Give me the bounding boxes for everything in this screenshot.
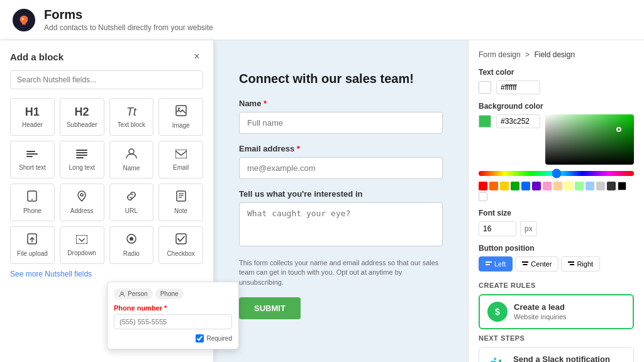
form-group-interest: Tell us what you're interested in — [239, 189, 443, 248]
swatch-blue[interactable] — [521, 182, 530, 190]
short-text-label: Short text — [19, 164, 46, 171]
block-item-text[interactable]: Tt Text block — [109, 98, 154, 136]
required-star: * — [162, 304, 167, 312]
color-gradient[interactable] — [545, 114, 634, 165]
block-item-email[interactable]: Email — [158, 141, 203, 178]
svg-rect-9 — [76, 157, 84, 158]
text-color-hex[interactable] — [496, 80, 540, 94]
block-item-dropdown[interactable]: Dropdown — [60, 226, 104, 264]
svg-rect-6 — [76, 150, 87, 151]
page-subtitle: Add contacts to Nutshell directly from y… — [44, 23, 213, 32]
position-center-button[interactable]: Center — [515, 256, 558, 272]
swatch-lightgreen[interactable] — [575, 182, 584, 190]
block-item-file-upload[interactable]: File upload — [10, 226, 55, 264]
breadcrumb: Form design > Field design — [479, 50, 634, 59]
swatch-dark[interactable] — [607, 182, 616, 190]
swatch-lightyellow[interactable] — [564, 182, 573, 190]
font-size-unit: px — [520, 221, 537, 236]
swatch-lightblue[interactable] — [586, 182, 594, 190]
form-input-name[interactable] — [239, 112, 443, 134]
swatch-gray[interactable] — [596, 182, 605, 190]
position-right-label: Right — [577, 260, 593, 268]
swatch-white[interactable] — [479, 192, 487, 201]
block-item-h1[interactable]: H1 Header — [10, 98, 55, 136]
swatch-purple[interactable] — [532, 182, 541, 190]
form-group-email: Email address * — [239, 144, 443, 179]
close-button[interactable]: × — [191, 50, 203, 63]
button-position-group: Left Center Right — [479, 256, 634, 272]
create-lead-text: Create a lead Website inquiries — [514, 302, 567, 321]
button-position-label: Button position — [479, 244, 634, 253]
bg-color-swatch[interactable] — [479, 115, 491, 128]
text-color-row — [479, 80, 634, 94]
block-item-checkbox[interactable]: Checkbox — [158, 226, 203, 264]
block-item-url[interactable]: URL — [109, 184, 154, 221]
create-lead-title: Create a lead — [514, 302, 567, 312]
address-label: Address — [70, 207, 94, 214]
phone-field-popup: Person Phone Phone number * Required — [107, 282, 239, 349]
breadcrumb-parent[interactable]: Form design — [479, 50, 521, 59]
swatch-yellow[interactable] — [500, 182, 509, 190]
next-steps-section: NEXT STEPS Send a Slack notif — [479, 334, 634, 362]
position-left-button[interactable]: Left — [479, 256, 513, 272]
swatch-red[interactable] — [479, 182, 487, 190]
block-item-h2[interactable]: H2 Subheader — [60, 98, 104, 136]
create-lead-rule[interactable]: $ Create a lead Website inquiries — [479, 294, 634, 329]
note-label: Note — [174, 207, 187, 214]
search-input[interactable] — [10, 70, 203, 89]
person-pill: Person — [114, 288, 153, 299]
position-left-label: Left — [494, 260, 506, 268]
email-icon — [175, 148, 187, 162]
text-label: Text block — [118, 121, 145, 128]
slack-notification-title: Send a Slack notification — [513, 354, 610, 362]
form-input-email[interactable] — [239, 157, 443, 179]
see-more-link[interactable]: See more Nutshell fields — [10, 270, 92, 278]
color-picker-dot[interactable] — [616, 127, 621, 132]
form-preview: Connect with our sales team! Name * Emai… — [214, 40, 468, 362]
radio-label: Radio — [123, 250, 140, 257]
slack-icon — [487, 354, 507, 362]
required-checkbox-input[interactable] — [196, 334, 204, 343]
swatch-peach[interactable] — [553, 182, 562, 190]
form-card: Connect with our sales team! Name * Emai… — [226, 59, 455, 332]
swatch-orange[interactable] — [489, 182, 498, 190]
bg-color-hex[interactable] — [496, 114, 540, 128]
swatch-pink[interactable] — [543, 182, 552, 190]
create-lead-subtitle: Website inquiries — [514, 313, 567, 321]
svg-rect-29 — [570, 264, 574, 265]
submit-button[interactable]: SUBMIT — [239, 297, 301, 319]
panel-header: Add a block × — [10, 50, 203, 63]
file-upload-icon — [27, 233, 37, 248]
slack-notification-rule[interactable]: Send a Slack notification #sales — [479, 347, 634, 362]
form-textarea-interest[interactable] — [239, 202, 443, 246]
svg-rect-27 — [523, 264, 528, 265]
phone-label: Phone — [23, 207, 42, 214]
right-panel: Form design > Field design Text color Ba… — [468, 40, 644, 362]
text-color-swatch[interactable] — [479, 81, 491, 94]
block-item-short-text[interactable]: Short text — [10, 141, 55, 178]
block-item-phone[interactable]: Phone — [10, 184, 55, 221]
breadcrumb-separator: > — [525, 50, 530, 59]
position-right-button[interactable]: Right — [561, 256, 600, 272]
form-group-name: Name * — [239, 99, 443, 134]
checkbox-label: Checkbox — [167, 250, 194, 257]
block-item-name[interactable]: Name — [109, 141, 154, 178]
svg-rect-4 — [26, 151, 35, 152]
hue-slider[interactable] — [479, 171, 634, 176]
block-item-note[interactable]: Note — [158, 184, 203, 221]
phone-field-label: Phone number * — [114, 304, 232, 312]
block-item-image[interactable]: Image — [158, 98, 203, 136]
swatch-green[interactable] — [511, 182, 519, 190]
swatch-black[interactable] — [618, 182, 626, 190]
align-left-icon — [486, 261, 492, 267]
block-item-long-text[interactable]: Long text — [60, 141, 104, 178]
required-checkbox[interactable]: Required — [196, 334, 232, 343]
block-item-address[interactable]: Address — [60, 184, 104, 221]
color-picker-block — [479, 114, 634, 201]
form-label-name: Name * — [239, 99, 443, 108]
svg-rect-5 — [26, 156, 33, 157]
phone-input[interactable] — [114, 314, 232, 329]
block-item-radio[interactable]: Radio — [109, 226, 154, 264]
phone-type-label: Phone — [160, 290, 179, 297]
font-size-input[interactable] — [479, 221, 516, 236]
